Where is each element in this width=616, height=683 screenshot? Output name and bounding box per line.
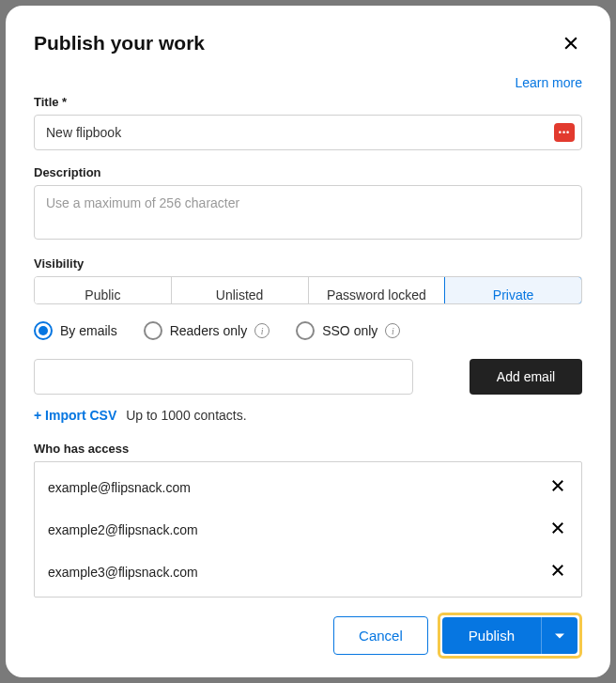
title-input-wrap: ••• bbox=[34, 115, 582, 150]
password-badge-icon[interactable]: ••• bbox=[554, 123, 575, 142]
radio-label: SSO only bbox=[322, 323, 377, 338]
radio-readers-only[interactable]: Readers only i bbox=[144, 321, 270, 340]
close-icon bbox=[549, 562, 566, 579]
info-icon[interactable]: i bbox=[254, 323, 270, 338]
remove-access-button[interactable] bbox=[547, 518, 568, 541]
radio-label: By emails bbox=[60, 323, 117, 338]
close-icon bbox=[549, 520, 566, 536]
learn-more-row: Learn more bbox=[34, 74, 582, 91]
radio-label: Readers only bbox=[170, 323, 248, 338]
radio-icon bbox=[34, 321, 53, 340]
remove-access-button[interactable] bbox=[547, 560, 568, 583]
tab-public[interactable]: Public bbox=[35, 277, 172, 303]
access-email: example2@flipsnack.com bbox=[48, 522, 198, 537]
title-label: Title * bbox=[34, 95, 582, 109]
title-input[interactable] bbox=[34, 115, 582, 150]
tab-private[interactable]: Private bbox=[444, 276, 582, 304]
email-input[interactable] bbox=[34, 359, 413, 395]
access-item: example@flipsnack.com bbox=[44, 466, 572, 508]
import-note: Up to 1000 contacts. bbox=[126, 408, 246, 423]
radio-sso-only[interactable]: SSO only i bbox=[296, 321, 400, 340]
visibility-label: Visibility bbox=[34, 256, 582, 271]
import-csv-link[interactable]: + Import CSV bbox=[34, 408, 116, 423]
radio-by-emails[interactable]: By emails bbox=[34, 321, 117, 340]
description-label: Description bbox=[34, 165, 582, 179]
access-item: example3@flipsnack.com bbox=[44, 551, 572, 593]
access-list: example@flipsnack.com example2@flipsnack… bbox=[34, 461, 582, 598]
close-icon bbox=[562, 34, 580, 53]
private-mode-radios: By emails Readers only i SSO only i bbox=[34, 321, 582, 340]
modal-header: Publish your work bbox=[34, 32, 582, 57]
publish-modal: Publish your work Learn more Title * •••… bbox=[6, 6, 610, 677]
publish-dropdown-button[interactable] bbox=[541, 617, 578, 654]
access-email: example@flipsnack.com bbox=[48, 480, 191, 495]
modal-title: Publish your work bbox=[34, 32, 205, 54]
learn-more-link[interactable]: Learn more bbox=[515, 75, 582, 90]
cancel-button[interactable]: Cancel bbox=[333, 616, 428, 655]
description-input[interactable] bbox=[34, 185, 582, 240]
publish-highlight: Publish bbox=[438, 613, 582, 659]
close-icon bbox=[549, 477, 566, 494]
remove-access-button[interactable] bbox=[547, 475, 568, 499]
close-button[interactable] bbox=[560, 32, 582, 57]
tab-password-locked[interactable]: Password locked bbox=[309, 277, 446, 303]
radio-icon bbox=[296, 321, 315, 340]
access-email: example3@flipsnack.com bbox=[48, 565, 198, 580]
access-item: example2@flipsnack.com bbox=[44, 508, 572, 551]
email-add-row: Add email bbox=[34, 359, 582, 395]
access-label: Who has access bbox=[34, 442, 582, 456]
import-row: + Import CSV Up to 1000 contacts. bbox=[34, 408, 582, 423]
add-email-button[interactable]: Add email bbox=[470, 359, 582, 395]
visibility-tabs: Public Unlisted Password locked Private bbox=[34, 276, 582, 304]
publish-button[interactable]: Publish bbox=[442, 617, 541, 654]
radio-icon bbox=[144, 321, 162, 340]
modal-footer: Cancel Publish bbox=[34, 613, 582, 659]
caret-down-icon bbox=[555, 631, 564, 641]
info-icon[interactable]: i bbox=[385, 323, 400, 338]
tab-unlisted[interactable]: Unlisted bbox=[172, 277, 309, 303]
